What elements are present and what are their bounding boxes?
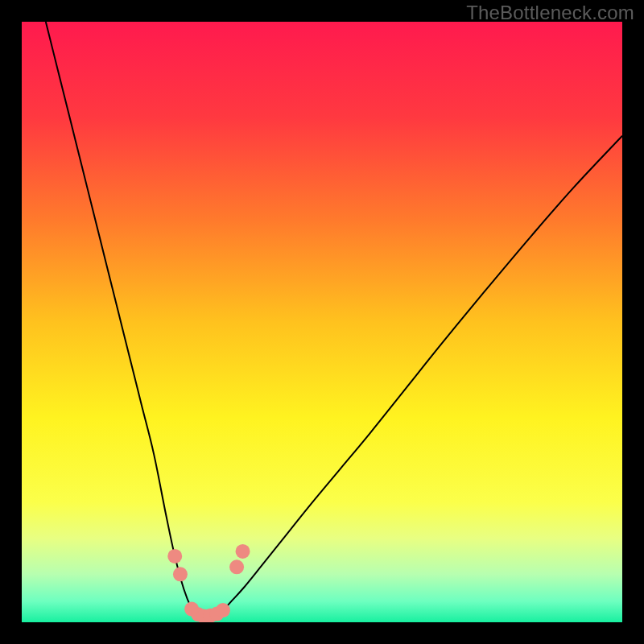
chart-frame: TheBottleneck.com [0,0,644,644]
highlight-point [216,603,230,617]
watermark-text: TheBottleneck.com [466,2,634,24]
highlight-point [173,567,188,581]
highlight-point [229,559,244,574]
chart-background [22,22,622,622]
highlight-point [167,549,182,564]
plot-area [22,22,622,622]
bottleneck-chart [22,22,622,622]
highlight-point [236,544,250,559]
